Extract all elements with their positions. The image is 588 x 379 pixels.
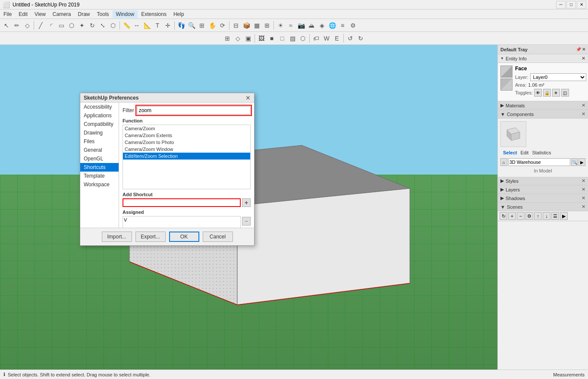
tape-measure[interactable]: 📏 xyxy=(122,21,131,30)
component-tool[interactable]: 📦 xyxy=(242,21,251,30)
styles-close[interactable]: ✕ xyxy=(582,178,585,184)
geo-location[interactable]: 🌐 xyxy=(327,21,337,30)
comp-nav-stats[interactable]: Statistics xyxy=(532,150,551,155)
line-tool[interactable]: ╱ xyxy=(36,21,45,30)
protractor-tool[interactable]: 📐 xyxy=(142,21,152,30)
assigned-remove-btn[interactable]: − xyxy=(242,217,251,226)
maximize-button[interactable]: □ xyxy=(566,1,576,9)
menu-view[interactable]: View xyxy=(31,10,49,18)
scene-remove[interactable]: − xyxy=(517,212,525,220)
tray-close[interactable]: ✕ xyxy=(582,47,585,52)
comp-home-btn[interactable]: ⌂ xyxy=(500,158,507,166)
menu-extensions[interactable]: Extensions xyxy=(138,10,170,18)
shadows-header[interactable]: ▶ Shadows ✕ xyxy=(498,194,588,203)
menu-draw[interactable]: Draw xyxy=(75,10,94,18)
minimize-button[interactable]: ─ xyxy=(556,1,566,9)
styles-header[interactable]: ▶ Styles ✕ xyxy=(498,177,588,185)
paint-tool[interactable]: ✏ xyxy=(12,21,22,30)
import-btn[interactable]: Import... xyxy=(102,232,132,242)
close-button[interactable]: ✕ xyxy=(577,1,586,9)
scene-refresh[interactable]: ↻ xyxy=(500,212,507,220)
materials-close[interactable]: ✕ xyxy=(582,103,585,108)
scene-properties[interactable]: ⚙ xyxy=(525,212,533,220)
components-close[interactable]: ✕ xyxy=(582,111,585,117)
menu-window[interactable]: Window xyxy=(113,10,138,18)
dialog-titlebar[interactable]: SketchUp Preferences ✕ xyxy=(80,93,254,103)
warehose-btn[interactable]: W xyxy=(322,34,331,43)
match-photo[interactable]: 📷 xyxy=(296,21,306,30)
solid-tool[interactable]: ◈ xyxy=(317,21,327,30)
display-style[interactable]: 🖼 xyxy=(257,34,266,43)
tag-tool[interactable]: 🏷 xyxy=(311,34,321,43)
rotate-tool[interactable]: ↻ xyxy=(88,21,97,30)
standard-views[interactable]: ⊞ xyxy=(223,34,232,43)
func-camera-zoom-photo[interactable]: Camera/Zoom to Photo xyxy=(123,139,250,146)
materials-header[interactable]: ▶ Materials ✕ xyxy=(498,101,588,110)
menu-tools[interactable]: Tools xyxy=(94,10,113,18)
layers-header[interactable]: ▶ Layers ✕ xyxy=(498,185,588,194)
layers-close[interactable]: ✕ xyxy=(582,187,585,192)
func-edit-zoom-selection[interactable]: Edit/Item/Zoom Selection xyxy=(123,153,250,160)
scene-add[interactable]: + xyxy=(508,212,516,220)
entity-info-close[interactable]: ✕ xyxy=(582,56,585,61)
nav-applications[interactable]: Applications xyxy=(80,111,119,120)
toggle-cast-shadows[interactable]: ☀ xyxy=(552,89,560,97)
nav-general[interactable]: General xyxy=(80,146,119,154)
comp-nav-btn[interactable]: ▶ xyxy=(579,158,585,166)
toggle-visible[interactable]: 👁 xyxy=(534,89,542,97)
top-view[interactable]: ▣ xyxy=(243,34,253,43)
nav-compatibility[interactable]: Compatibility xyxy=(80,120,119,128)
scale-tool[interactable]: ⤡ xyxy=(98,21,107,30)
layer-select[interactable]: Layer0 xyxy=(530,73,586,81)
tray-pin[interactable]: 📌 xyxy=(576,47,581,52)
orbit-tool[interactable]: ⟳ xyxy=(218,21,227,30)
select-tool[interactable]: ↖ xyxy=(2,21,11,30)
components-header[interactable]: ▼ Components ✕ xyxy=(498,110,588,119)
push-pull-tool[interactable]: ⬡ xyxy=(67,21,76,30)
zoom-extent[interactable]: ⊞ xyxy=(197,21,207,30)
comp-nav-select[interactable]: Select xyxy=(503,150,517,155)
layer-tool[interactable]: ≡ xyxy=(338,21,347,30)
func-camera-zoom-window[interactable]: Camera/Zoom Window xyxy=(123,146,250,153)
cancel-btn[interactable]: Cancel xyxy=(203,232,233,242)
entity-info-header[interactable]: ▼ Entity Info ✕ xyxy=(498,54,588,63)
scene-extra[interactable]: ▶ xyxy=(560,212,568,220)
texture-style[interactable]: ⬡ xyxy=(298,34,308,43)
nav-template[interactable]: Template xyxy=(80,172,119,180)
nav-accessibility[interactable]: Accessibility xyxy=(80,103,119,111)
text-tool[interactable]: T xyxy=(153,21,162,30)
scene-settings[interactable]: ☰ xyxy=(551,212,559,220)
func-camera-zoom-extents[interactable]: Camera/Zoom Extents xyxy=(123,132,250,139)
offset-tool[interactable]: ⬡ xyxy=(108,21,118,30)
shortcut-input[interactable] xyxy=(123,198,241,207)
preferences-btn[interactable]: ⚙ xyxy=(348,21,358,30)
comp-search-btn[interactable]: 🔍 xyxy=(571,158,578,166)
iso-view[interactable]: ◇ xyxy=(233,34,242,43)
assigned-list[interactable]: V xyxy=(123,216,241,228)
undo-btn[interactable]: ↺ xyxy=(346,34,355,43)
arc-tool[interactable]: ◜ xyxy=(46,21,56,30)
edge-style[interactable]: □ xyxy=(277,34,287,43)
zoom-tool[interactable]: 🔍 xyxy=(187,21,196,30)
make-component[interactable]: ⊞ xyxy=(262,21,272,30)
shadow-tool[interactable]: ☀ xyxy=(276,21,285,30)
shaded-style[interactable]: ▨ xyxy=(288,34,297,43)
scene-move-up[interactable]: ↑ xyxy=(534,212,542,220)
nav-opengl[interactable]: OpenGL xyxy=(80,154,119,163)
face-style[interactable]: ■ xyxy=(267,34,277,43)
preferences-dialog[interactable]: SketchUp Preferences ✕ Accessibility App… xyxy=(80,93,255,246)
eraser-tool[interactable]: ◇ xyxy=(22,21,32,30)
toggle-lock[interactable]: 🔒 xyxy=(543,89,551,97)
nav-workspace[interactable]: Workspace xyxy=(80,180,119,189)
section-cut[interactable]: ⊟ xyxy=(231,21,241,30)
scene-move-down[interactable]: ↓ xyxy=(543,212,550,220)
extension-btn[interactable]: E xyxy=(332,34,342,43)
filter-input[interactable] xyxy=(137,106,251,115)
walk-tool[interactable]: 👣 xyxy=(176,21,186,30)
menu-camera[interactable]: Camera xyxy=(49,10,75,18)
export-btn[interactable]: Export... xyxy=(135,232,166,242)
redo-btn[interactable]: ↻ xyxy=(356,34,365,43)
dialog-close-btn[interactable]: ✕ xyxy=(245,94,251,101)
function-list[interactable]: Camera/Zoom Camera/Zoom Extents Camera/Z… xyxy=(123,125,251,189)
menu-help[interactable]: Help xyxy=(170,10,188,18)
